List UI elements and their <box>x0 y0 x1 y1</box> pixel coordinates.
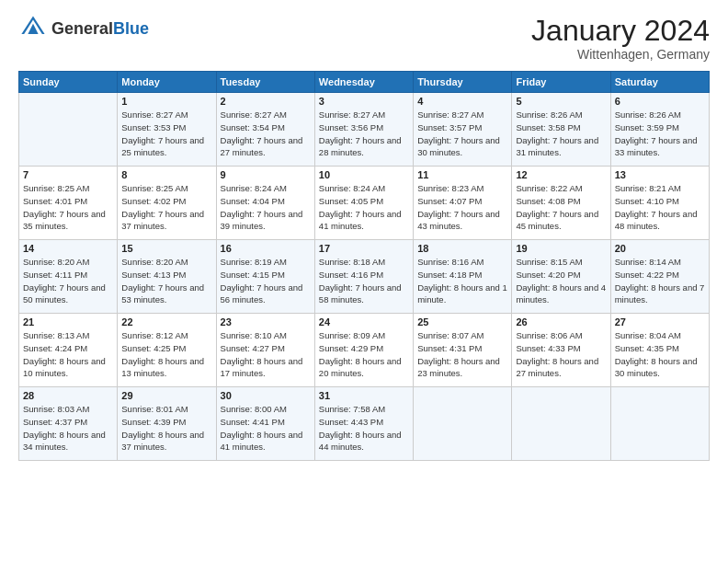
table-row <box>512 387 610 461</box>
col-sunday: Sunday <box>19 72 118 93</box>
day-info: Sunrise: 8:07 AMSunset: 4:31 PMDaylight:… <box>417 329 507 380</box>
table-row: 22Sunrise: 8:12 AMSunset: 4:25 PMDayligh… <box>118 314 216 387</box>
day-info: Sunrise: 8:09 AMSunset: 4:29 PMDaylight:… <box>319 329 409 380</box>
table-row: 19Sunrise: 8:15 AMSunset: 4:20 PMDayligh… <box>512 240 610 314</box>
table-row: 31Sunrise: 7:58 AMSunset: 4:43 PMDayligh… <box>314 387 413 461</box>
day-info: Sunrise: 8:15 AMSunset: 4:20 PMDaylight:… <box>516 256 606 306</box>
table-row: 12Sunrise: 8:22 AMSunset: 4:08 PMDayligh… <box>512 167 610 240</box>
table-row: 3Sunrise: 8:27 AMSunset: 3:56 PMDaylight… <box>314 93 413 167</box>
day-number: 11 <box>417 169 507 180</box>
table-row: 25Sunrise: 8:07 AMSunset: 4:31 PMDayligh… <box>414 314 512 387</box>
day-info: Sunrise: 8:24 AMSunset: 4:04 PMDaylight:… <box>221 182 311 233</box>
day-number: 1 <box>121 96 211 107</box>
table-row: 17Sunrise: 8:18 AMSunset: 4:16 PMDayligh… <box>314 240 413 314</box>
day-info: Sunrise: 8:21 AMSunset: 4:10 PMDaylight:… <box>615 182 705 233</box>
day-info: Sunrise: 8:25 AMSunset: 4:02 PMDaylight:… <box>121 182 211 233</box>
day-info: Sunrise: 8:10 AMSunset: 4:27 PMDaylight:… <box>221 329 311 380</box>
day-info: Sunrise: 8:27 AMSunset: 3:54 PMDaylight:… <box>221 109 311 159</box>
table-row: 7Sunrise: 8:25 AMSunset: 4:01 PMDaylight… <box>19 167 118 240</box>
day-info: Sunrise: 8:27 AMSunset: 3:57 PMDaylight:… <box>417 109 507 159</box>
logo-general: General <box>51 19 113 38</box>
day-info: Sunrise: 8:13 AMSunset: 4:24 PMDaylight:… <box>23 329 113 380</box>
day-number: 18 <box>417 243 507 254</box>
day-number: 19 <box>516 243 606 254</box>
location: Wittenhagen, Germany <box>531 47 710 62</box>
day-info: Sunrise: 8:23 AMSunset: 4:07 PMDaylight:… <box>417 182 507 233</box>
day-info: Sunrise: 8:14 AMSunset: 4:22 PMDaylight:… <box>615 256 705 306</box>
day-info: Sunrise: 8:12 AMSunset: 4:25 PMDaylight:… <box>121 329 211 380</box>
table-row: 11Sunrise: 8:23 AMSunset: 4:07 PMDayligh… <box>414 167 512 240</box>
day-number: 30 <box>221 390 311 401</box>
month-title: January 2024 <box>531 15 710 47</box>
day-info: Sunrise: 8:20 AMSunset: 4:13 PMDaylight:… <box>121 256 211 306</box>
day-number: 14 <box>23 243 113 254</box>
day-info: Sunrise: 8:26 AMSunset: 3:59 PMDaylight:… <box>615 109 705 159</box>
day-info: Sunrise: 8:03 AMSunset: 4:37 PMDaylight:… <box>23 403 113 454</box>
table-row: 30Sunrise: 8:00 AMSunset: 4:41 PMDayligh… <box>216 387 314 461</box>
table-row: 15Sunrise: 8:20 AMSunset: 4:13 PMDayligh… <box>118 240 216 314</box>
table-row: 6Sunrise: 8:26 AMSunset: 3:59 PMDaylight… <box>610 93 709 167</box>
day-info: Sunrise: 8:18 AMSunset: 4:16 PMDaylight:… <box>319 256 409 306</box>
day-number: 27 <box>615 316 705 327</box>
day-number: 2 <box>221 96 311 107</box>
col-saturday: Saturday <box>610 72 709 93</box>
day-number: 24 <box>319 316 409 327</box>
table-row: 27Sunrise: 8:04 AMSunset: 4:35 PMDayligh… <box>610 314 709 387</box>
col-tuesday: Tuesday <box>216 72 314 93</box>
table-row: 24Sunrise: 8:09 AMSunset: 4:29 PMDayligh… <box>314 314 413 387</box>
table-row: 26Sunrise: 8:06 AMSunset: 4:33 PMDayligh… <box>512 314 610 387</box>
day-info: Sunrise: 8:20 AMSunset: 4:11 PMDaylight:… <box>23 256 113 306</box>
table-row: 14Sunrise: 8:20 AMSunset: 4:11 PMDayligh… <box>19 240 118 314</box>
table-row: 10Sunrise: 8:24 AMSunset: 4:05 PMDayligh… <box>314 167 413 240</box>
day-number: 26 <box>516 316 606 327</box>
calendar-row: 21Sunrise: 8:13 AMSunset: 4:24 PMDayligh… <box>19 314 710 387</box>
day-number: 17 <box>319 243 409 254</box>
day-info: Sunrise: 8:01 AMSunset: 4:39 PMDaylight:… <box>121 403 211 454</box>
table-row <box>610 387 709 461</box>
table-row: 20Sunrise: 8:14 AMSunset: 4:22 PMDayligh… <box>610 240 709 314</box>
day-number: 9 <box>221 169 311 180</box>
logo-blue: Blue <box>113 19 149 38</box>
calendar-table: Sunday Monday Tuesday Wednesday Thursday… <box>18 71 710 461</box>
day-info: Sunrise: 8:04 AMSunset: 4:35 PMDaylight:… <box>615 329 705 380</box>
day-number: 10 <box>319 169 409 180</box>
day-info: Sunrise: 8:00 AMSunset: 4:41 PMDaylight:… <box>221 403 311 454</box>
calendar-row: 14Sunrise: 8:20 AMSunset: 4:11 PMDayligh… <box>19 240 710 314</box>
day-number: 15 <box>121 243 211 254</box>
col-monday: Monday <box>118 72 216 93</box>
col-friday: Friday <box>512 72 610 93</box>
day-number: 22 <box>121 316 211 327</box>
logo: GeneralBlue <box>18 15 149 44</box>
day-info: Sunrise: 8:22 AMSunset: 4:08 PMDaylight:… <box>516 182 606 233</box>
day-number: 16 <box>221 243 311 254</box>
day-number: 12 <box>516 169 606 180</box>
table-row: 1Sunrise: 8:27 AMSunset: 3:53 PMDaylight… <box>118 93 216 167</box>
table-row: 29Sunrise: 8:01 AMSunset: 4:39 PMDayligh… <box>118 387 216 461</box>
day-info: Sunrise: 8:16 AMSunset: 4:18 PMDaylight:… <box>417 256 507 306</box>
table-row: 21Sunrise: 8:13 AMSunset: 4:24 PMDayligh… <box>19 314 118 387</box>
col-thursday: Thursday <box>414 72 512 93</box>
day-number: 3 <box>319 96 409 107</box>
table-row <box>19 93 118 167</box>
table-row: 28Sunrise: 8:03 AMSunset: 4:37 PMDayligh… <box>19 387 118 461</box>
day-number: 6 <box>615 96 705 107</box>
day-number: 20 <box>615 243 705 254</box>
day-info: Sunrise: 8:27 AMSunset: 3:56 PMDaylight:… <box>319 109 409 159</box>
table-row: 23Sunrise: 8:10 AMSunset: 4:27 PMDayligh… <box>216 314 314 387</box>
day-info: Sunrise: 8:26 AMSunset: 3:58 PMDaylight:… <box>516 109 606 159</box>
table-row: 8Sunrise: 8:25 AMSunset: 4:02 PMDaylight… <box>118 167 216 240</box>
day-info: Sunrise: 8:06 AMSunset: 4:33 PMDaylight:… <box>516 329 606 380</box>
table-row: 9Sunrise: 8:24 AMSunset: 4:04 PMDaylight… <box>216 167 314 240</box>
header: GeneralBlue January 2024 Wittenhagen, Ge… <box>18 15 710 62</box>
day-number: 13 <box>615 169 705 180</box>
day-number: 29 <box>121 390 211 401</box>
calendar-row: 7Sunrise: 8:25 AMSunset: 4:01 PMDaylight… <box>19 167 710 240</box>
day-number: 8 <box>121 169 211 180</box>
day-number: 5 <box>516 96 606 107</box>
table-row <box>414 387 512 461</box>
day-info: Sunrise: 8:19 AMSunset: 4:15 PMDaylight:… <box>221 256 311 306</box>
day-number: 28 <box>23 390 113 401</box>
day-info: Sunrise: 8:25 AMSunset: 4:01 PMDaylight:… <box>23 182 113 233</box>
table-row: 16Sunrise: 8:19 AMSunset: 4:15 PMDayligh… <box>216 240 314 314</box>
header-row: Sunday Monday Tuesday Wednesday Thursday… <box>19 72 710 93</box>
